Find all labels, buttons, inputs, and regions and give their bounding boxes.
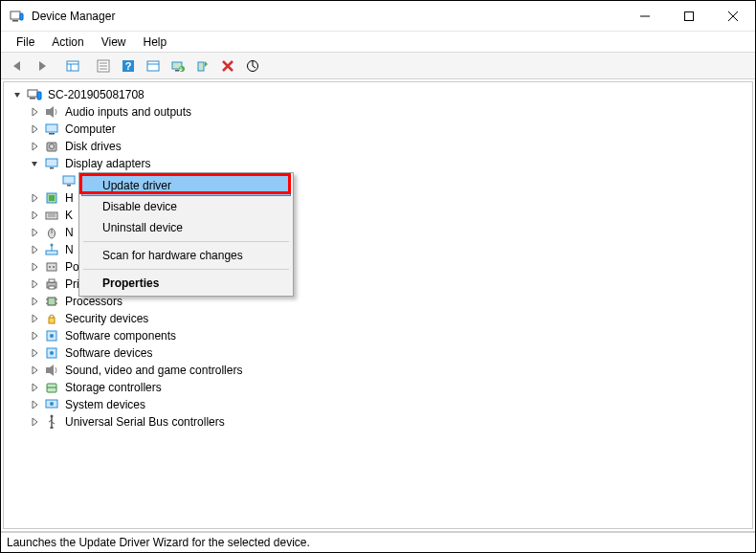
toolbar-forward-button[interactable]: [31, 55, 54, 77]
tree-node[interactable]: Storage controllers: [29, 379, 752, 396]
tree-node-label: Display adapters: [63, 156, 152, 171]
tree-node[interactable]: System devices: [29, 396, 752, 413]
tree-node[interactable]: Audio inputs and outputs: [29, 103, 752, 121]
chip-icon: [44, 190, 59, 206]
expander-icon[interactable]: [29, 347, 40, 359]
computer-icon: [44, 122, 59, 137]
disk-icon: [44, 139, 59, 154]
context-menu-item[interactable]: Uninstall device: [81, 217, 291, 238]
speaker-icon: [44, 363, 59, 378]
svg-rect-21: [198, 62, 204, 71]
computer-root-icon: [27, 87, 42, 102]
expander-icon[interactable]: [29, 141, 40, 152]
maximize-button[interactable]: [667, 1, 711, 31]
tree-node-label: N: [63, 242, 76, 257]
svg-rect-63: [46, 367, 50, 373]
storage-icon: [44, 380, 59, 395]
expander-icon[interactable]: [11, 89, 23, 100]
context-menu-item[interactable]: Update driver: [81, 175, 291, 196]
toolbar-properties-button[interactable]: [92, 55, 115, 77]
expander-icon[interactable]: [29, 158, 40, 169]
svg-rect-69: [51, 427, 54, 429]
svg-rect-58: [49, 318, 55, 323]
menu-help[interactable]: Help: [136, 33, 175, 51]
svg-point-67: [50, 402, 54, 406]
port-icon: [44, 259, 59, 275]
svg-rect-51: [49, 279, 55, 282]
expander-icon[interactable]: [29, 210, 40, 221]
tree-node[interactable]: Security devices: [29, 310, 752, 327]
toolbar-separator: [55, 55, 60, 77]
menubar: File Action View Help: [1, 32, 755, 53]
expander-icon[interactable]: [29, 244, 40, 255]
network-icon: [44, 242, 59, 257]
svg-point-68: [51, 415, 54, 418]
display-icon: [44, 156, 59, 171]
svg-rect-30: [49, 133, 55, 135]
expander-icon[interactable]: [29, 278, 40, 290]
svg-point-60: [50, 334, 54, 338]
toolbar-separator: [85, 55, 91, 77]
toolbar-scan-button[interactable]: [241, 55, 264, 77]
toolbar-back-button[interactable]: [6, 55, 29, 77]
svg-point-32: [50, 144, 55, 149]
expander-icon[interactable]: [29, 416, 40, 428]
tree-node[interactable]: Software devices: [29, 344, 752, 362]
svg-rect-2: [20, 13, 23, 20]
toolbar-uninstall-button[interactable]: [216, 55, 239, 77]
tree-node[interactable]: Universal Serial Bus controllers: [29, 413, 752, 431]
expander-icon[interactable]: [29, 382, 40, 393]
expander-icon[interactable]: [29, 365, 40, 376]
context-menu-item[interactable]: Properties: [81, 273, 291, 294]
svg-rect-0: [11, 11, 20, 19]
tree-node-label: Software components: [63, 328, 178, 343]
menu-action[interactable]: Action: [44, 33, 91, 51]
tree-node[interactable]: Software components: [29, 327, 752, 344]
svg-rect-38: [49, 195, 55, 201]
expander-icon[interactable]: [29, 123, 40, 135]
context-menu-separator: [83, 269, 289, 270]
context-menu-item[interactable]: Scan for hardware changes: [81, 245, 291, 266]
expander-icon[interactable]: [29, 313, 40, 324]
software-icon: [44, 328, 59, 343]
tree-node-label: N: [63, 225, 76, 240]
speaker-icon: [44, 104, 59, 120]
tree-node-label: Storage controllers: [63, 380, 164, 395]
device-tree[interactable]: SC-201905081708Audio inputs and outputsC…: [4, 82, 752, 528]
tree-root[interactable]: SC-201905081708: [11, 86, 752, 103]
keyboard-icon: [44, 208, 59, 223]
expander-icon[interactable]: [29, 330, 40, 342]
menu-view[interactable]: View: [94, 33, 134, 51]
tree-node[interactable]: Computer: [29, 121, 752, 138]
tree-node-label: Software devices: [63, 345, 154, 361]
tree-node[interactable]: Display adapters: [29, 155, 752, 172]
toolbar-show-hidden-button[interactable]: [61, 55, 84, 77]
tree-node-label: H: [63, 190, 76, 206]
svg-point-62: [50, 351, 54, 355]
toolbar-prop-sheet-button[interactable]: [142, 55, 165, 77]
toolbar-enable-button[interactable]: [191, 55, 214, 77]
toolbar-help-button[interactable]: ?: [117, 55, 140, 77]
svg-rect-28: [46, 109, 50, 115]
expander-icon[interactable]: [29, 399, 40, 410]
menu-file[interactable]: File: [9, 33, 42, 51]
tree-node-label: Audio inputs and outputs: [63, 104, 193, 120]
svg-rect-27: [37, 92, 41, 100]
svg-rect-44: [46, 251, 57, 254]
tree-node[interactable]: Disk drives: [29, 138, 752, 155]
toolbar-update-button[interactable]: [167, 55, 189, 77]
expander-icon[interactable]: [29, 106, 40, 118]
expander-icon[interactable]: [29, 261, 40, 273]
expander-icon[interactable]: [29, 296, 40, 307]
svg-rect-25: [28, 90, 37, 97]
expander-icon[interactable]: [29, 192, 40, 204]
minimize-button[interactable]: [623, 1, 667, 31]
expander-icon[interactable]: [29, 227, 40, 238]
expander-placeholder: [46, 175, 57, 187]
tree-node-label: Sound, video and game controllers: [63, 363, 244, 378]
tree-node[interactable]: Sound, video and game controllers: [29, 362, 752, 379]
context-menu-item[interactable]: Disable device: [81, 196, 291, 217]
close-button[interactable]: [711, 1, 755, 31]
system-icon: [44, 397, 59, 412]
svg-point-48: [49, 266, 51, 268]
